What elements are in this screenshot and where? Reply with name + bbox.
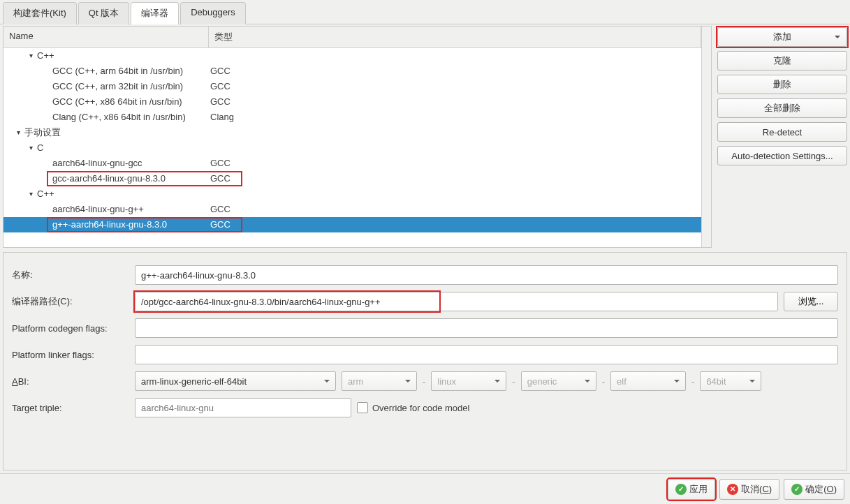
abi-os-select[interactable]: linux: [431, 371, 506, 391]
tab-bar: 构建套件(Kit) Qt 版本 编译器 Debuggers: [0, 1, 850, 24]
compiler-details-panel: 名称: 编译器路径(C): 浏览... Platform codegen fla…: [3, 252, 847, 470]
tree-row[interactable]: GCC (C++, x86 64bit in /usr/bin) GCC: [3, 94, 701, 110]
dialog-button-bar: ✓ 应用 ✕ 取消(C) ✓ 确定(O): [0, 473, 850, 504]
tree-row[interactable]: aarch64-linux-gnu-g++ GCC: [3, 202, 701, 217]
close-icon: ✕: [727, 484, 738, 495]
cancel-button-label: 取消(C): [741, 483, 772, 496]
abi-width-select[interactable]: 64bit: [700, 371, 761, 391]
tab-debuggers[interactable]: Debuggers: [180, 2, 246, 24]
delete-button[interactable]: 删除: [717, 75, 847, 94]
name-input[interactable]: [135, 265, 838, 285]
cancel-button[interactable]: ✕ 取消(C): [719, 479, 779, 500]
tree-row[interactable]: GCC (C++, arm 64bit in /usr/bin) GCC: [3, 64, 701, 79]
tab-kits[interactable]: 构建套件(Kit): [3, 2, 77, 24]
chevron-down-icon: ▾: [27, 48, 34, 64]
tree-header: Name 类型: [3, 27, 701, 48]
check-icon: ✓: [791, 484, 803, 495]
autodetect-settings-button[interactable]: Auto-detection Settings...: [717, 146, 847, 165]
tree-row-selected[interactable]: g++-aarch64-linux-gnu-8.3.0 GCC: [3, 217, 701, 232]
tree-group-manual-cxx[interactable]: ▾C++: [3, 186, 701, 202]
header-name[interactable]: Name: [3, 27, 209, 47]
check-icon: ✓: [675, 484, 687, 495]
target-triple-label: Target triple:: [12, 403, 129, 413]
tree-group-cxx[interactable]: ▾C++: [3, 48, 701, 64]
linker-flags-label: Platform linker flags:: [12, 350, 129, 360]
clone-button[interactable]: 克隆: [717, 51, 847, 71]
tab-compilers[interactable]: 编译器: [131, 2, 179, 24]
tree-group-manual[interactable]: ▾手动设置: [3, 125, 701, 140]
linker-flags-input[interactable]: [135, 345, 838, 364]
tree-row-highlighted-c[interactable]: gcc-aarch64-linux-gnu-8.3.0 GCC: [3, 171, 701, 186]
abi-full-select[interactable]: arm-linux-generic-elf-64bit: [135, 371, 336, 391]
compiler-path-input[interactable]: [135, 292, 778, 311]
abi-label: ABI:: [12, 376, 129, 387]
header-type[interactable]: 类型: [209, 27, 701, 47]
abi-format-select[interactable]: elf: [610, 371, 686, 391]
target-triple-input[interactable]: [135, 398, 351, 417]
main-container: Name 类型 ▾C++ GCC (C++, arm 64bit in /usr…: [0, 24, 850, 473]
tree-row[interactable]: aarch64-linux-gnu-gcc GCC: [3, 156, 701, 171]
chevron-down-icon: ▾: [27, 140, 34, 156]
redetect-button[interactable]: Re-detect: [717, 122, 847, 142]
ok-button-label: 确定(O): [805, 483, 837, 496]
delete-all-button[interactable]: 全部删除: [717, 98, 847, 118]
compiler-tree: Name 类型 ▾C++ GCC (C++, arm 64bit in /usr…: [3, 26, 712, 248]
right-button-column: 添加 克隆 删除 全部删除 Re-detect Auto-detection S…: [717, 27, 847, 248]
chevron-down-icon: ▾: [27, 186, 34, 202]
abi-arch-select[interactable]: arm: [342, 371, 417, 391]
ok-button[interactable]: ✓ 确定(O): [784, 479, 844, 500]
override-checkbox-label: Override for code model: [372, 403, 469, 413]
abi-flavor-select[interactable]: generic: [521, 371, 596, 391]
name-label: 名称:: [12, 269, 129, 281]
compiler-path-label: 编译器路径(C):: [12, 295, 129, 308]
tree-body: ▾C++ GCC (C++, arm 64bit in /usr/bin) GC…: [3, 48, 701, 232]
chevron-down-icon: ▾: [15, 125, 22, 140]
codegen-flags-input[interactable]: [135, 318, 838, 338]
tab-qtversions[interactable]: Qt 版本: [78, 2, 129, 24]
apply-button[interactable]: ✓ 应用: [668, 479, 715, 500]
override-checkbox[interactable]: [357, 402, 368, 413]
tree-group-manual-c[interactable]: ▾C: [3, 140, 701, 156]
tree-scrollbar[interactable]: [701, 27, 711, 247]
browse-button[interactable]: 浏览...: [784, 292, 838, 311]
tree-row[interactable]: GCC (C++, arm 32bit in /usr/bin) GCC: [3, 79, 701, 94]
codegen-flags-label: Platform codegen flags:: [12, 323, 129, 334]
tree-row[interactable]: Clang (C++, x86 64bit in /usr/bin) Clang: [3, 110, 701, 125]
add-button[interactable]: 添加: [717, 27, 847, 47]
